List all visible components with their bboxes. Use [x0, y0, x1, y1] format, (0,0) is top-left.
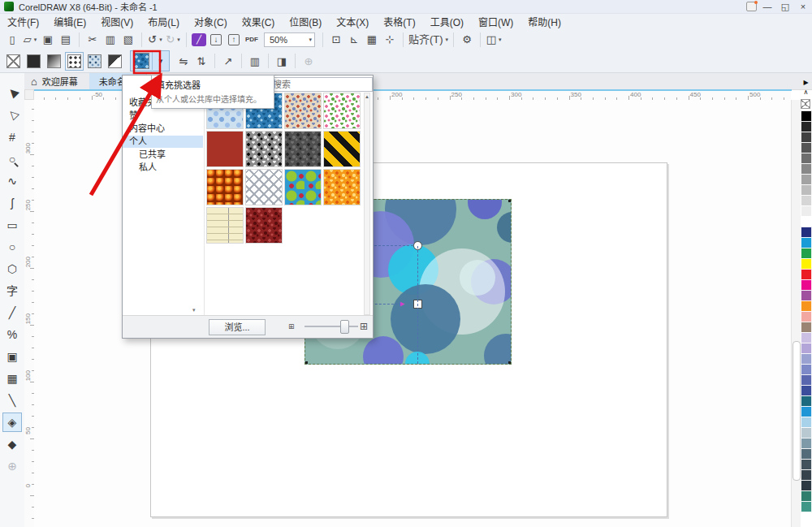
- palette-color-19[interactable]: [801, 300, 812, 312]
- palette-color-7[interactable]: [801, 174, 812, 185]
- freehand-tool[interactable]: ∿: [2, 171, 22, 191]
- polygon-tool[interactable]: ⬡: [2, 259, 22, 279]
- fill-swatch-orange-goldfish[interactable]: [323, 169, 361, 205]
- application-launcher-button[interactable]: ◫▾: [486, 32, 502, 48]
- save-document-button[interactable]: ▣: [40, 32, 56, 48]
- search-input[interactable]: [269, 77, 373, 92]
- bitmap-pattern-fill-button[interactable]: [88, 54, 102, 68]
- copy-fill-properties-button[interactable]: ▥: [247, 53, 263, 69]
- menu-item-2[interactable]: 编辑(E): [46, 14, 93, 29]
- thumbnail-size-slider[interactable]: [304, 326, 358, 327]
- palette-color-3[interactable]: [801, 132, 812, 143]
- palette-color-23[interactable]: [801, 343, 812, 354]
- dimension-tool[interactable]: ╱: [2, 303, 22, 322]
- palette-color-31[interactable]: [801, 427, 812, 438]
- palette-color-17[interactable]: [801, 279, 812, 291]
- uniform-fill-button[interactable]: [27, 54, 41, 68]
- palette-color-8[interactable]: [801, 184, 812, 196]
- swatch-scroll-up-icon[interactable]: ▲: [365, 93, 369, 101]
- add-tools[interactable]: ⊕: [2, 456, 22, 476]
- fill-swatch-yellow-black-stripes[interactable]: [323, 131, 361, 167]
- palette-color-9[interactable]: [801, 195, 812, 206]
- selection-node[interactable]: [508, 361, 511, 364]
- palette-color-28[interactable]: [801, 395, 812, 407]
- edit-fill-button[interactable]: ↗: [220, 53, 236, 69]
- show-rulers-button[interactable]: ⊾: [346, 32, 362, 48]
- fill-options-button[interactable]: ◨: [274, 53, 290, 69]
- account-button[interactable]: [744, 1, 758, 12]
- palette-flyout-icon[interactable]: ▶: [801, 78, 811, 88]
- ellipse-tool[interactable]: ○: [2, 237, 22, 257]
- fill-picker-dropdown-button[interactable]: ▼: [152, 52, 169, 70]
- palette-color-22[interactable]: [801, 332, 812, 343]
- palette-color-14[interactable]: [801, 248, 812, 259]
- options-button[interactable]: ⚙: [459, 32, 475, 48]
- fill-swatch-wire-lattice[interactable]: [245, 169, 283, 205]
- category-4[interactable]: 个人: [123, 136, 203, 148]
- palette-color-12[interactable]: [801, 227, 812, 238]
- palette-color-35[interactable]: [801, 469, 812, 481]
- export-button[interactable]: ↑: [226, 32, 242, 48]
- publish-to-pdf-button[interactable]: PDF: [244, 32, 260, 48]
- fill-swatch-lined-paper[interactable]: [206, 207, 244, 244]
- vertical-scrollbar[interactable]: [791, 100, 801, 527]
- menu-item-4[interactable]: 布局(L): [140, 14, 187, 29]
- smart-fill-tool[interactable]: ◆: [2, 434, 22, 454]
- new-document-button[interactable]: ▯: [4, 32, 20, 48]
- menu-item-10[interactable]: 工具(O): [423, 14, 471, 29]
- palette-color-4[interactable]: [801, 142, 812, 153]
- palette-color-13[interactable]: [801, 237, 812, 248]
- category-scroll-down-icon[interactable]: ▾: [192, 307, 196, 313]
- menu-item-12[interactable]: 帮助(H): [520, 14, 568, 29]
- drop-shadow-tool[interactable]: ▣: [2, 347, 22, 366]
- copy-button[interactable]: ▥: [102, 32, 119, 48]
- palette-color-30[interactable]: [801, 417, 812, 428]
- palette-color-32[interactable]: [801, 438, 812, 449]
- minimize-button[interactable]: —: [758, 1, 776, 13]
- search-content-button[interactable]: ╱: [192, 33, 206, 46]
- fill-swatch-black-white-splatter[interactable]: [245, 131, 283, 167]
- category-6[interactable]: 私人: [123, 162, 203, 174]
- palette-color-1[interactable]: [801, 110, 812, 122]
- selection-node[interactable]: [305, 361, 308, 364]
- open-document-button[interactable]: ▱▾: [22, 32, 38, 48]
- zoom-level-combo[interactable]: 50%▾: [264, 32, 315, 47]
- thumbnail-size-slider-handle[interactable]: [340, 320, 349, 334]
- undo-button[interactable]: ↺▾: [147, 32, 163, 48]
- category-5[interactable]: 已共享: [123, 149, 203, 161]
- fill-picker[interactable]: ▼: [130, 50, 170, 71]
- palette-color-18[interactable]: [801, 290, 812, 301]
- palette-color-25[interactable]: [801, 364, 812, 375]
- menu-item-6[interactable]: 效果(C): [235, 14, 283, 29]
- palette-color-5[interactable]: [801, 153, 812, 164]
- palette-color-27[interactable]: [801, 385, 812, 396]
- palette-color-29[interactable]: [801, 406, 812, 417]
- mirror-fill-vertically-button[interactable]: ⇅: [193, 53, 209, 69]
- menu-item-7[interactable]: 位图(B): [282, 14, 329, 29]
- zoom-tool[interactable]: ○: [2, 149, 22, 169]
- menu-item-8[interactable]: 文本(X): [329, 14, 376, 29]
- connector-tool[interactable]: %: [2, 325, 22, 344]
- palette-color-10[interactable]: [801, 205, 812, 217]
- fill-swatch-red-speckle[interactable]: [245, 207, 283, 244]
- fill-swatch-orange-bumps[interactable]: [206, 169, 244, 205]
- alignment-guides-button[interactable]: ⊹: [382, 32, 398, 48]
- category-3[interactable]: 内容中心: [123, 123, 203, 135]
- palette-color-2[interactable]: [801, 121, 812, 132]
- menu-item-1[interactable]: 文件(F): [0, 14, 46, 29]
- cut-button[interactable]: ✂: [84, 32, 101, 48]
- palette-scroll-up-icon[interactable]: ∧: [801, 88, 811, 97]
- close-button[interactable]: ×: [794, 1, 812, 13]
- fill-swatch-dark-gray-noise[interactable]: [284, 131, 322, 167]
- swatch-scrollbar[interactable]: ▲: [364, 93, 370, 315]
- menu-item-3[interactable]: 视图(V): [93, 14, 140, 29]
- restore-button[interactable]: ◱: [776, 1, 794, 13]
- palette-no-color[interactable]: [801, 99, 810, 109]
- palette-color-16[interactable]: [801, 269, 812, 280]
- scrollbar-thumb[interactable]: [793, 341, 801, 481]
- menu-item-9[interactable]: 表格(T): [376, 14, 422, 29]
- fill-swatch-beige-floral[interactable]: [284, 93, 322, 129]
- interactive-fill-tool[interactable]: ◈: [2, 413, 22, 432]
- fill-swatch-dark-red-solid[interactable]: [206, 131, 244, 167]
- palette-color-26[interactable]: [801, 374, 812, 386]
